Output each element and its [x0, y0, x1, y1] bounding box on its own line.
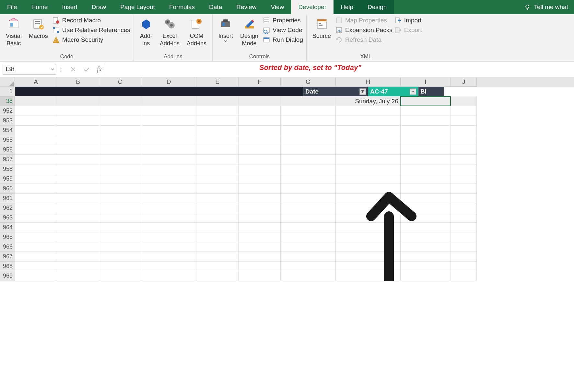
cell[interactable] — [99, 164, 141, 174]
filter-icon[interactable] — [359, 88, 366, 95]
cell[interactable] — [141, 184, 196, 194]
row-header[interactable]: 954 — [0, 126, 15, 135]
refresh-data-button[interactable]: Refresh Data — [335, 36, 392, 43]
cell[interactable] — [196, 135, 239, 145]
row-header[interactable]: 966 — [0, 242, 15, 252]
cell[interactable] — [401, 155, 451, 164]
cell[interactable] — [451, 252, 477, 262]
tab-developer[interactable]: Developer — [291, 0, 334, 14]
cell[interactable] — [196, 262, 239, 271]
cell[interactable] — [57, 262, 99, 271]
cell[interactable] — [401, 135, 451, 145]
table-header-blank[interactable] — [15, 87, 303, 96]
cell[interactable] — [401, 271, 451, 281]
cell[interactable] — [451, 184, 477, 194]
row-header[interactable]: 961 — [0, 194, 15, 203]
cell[interactable] — [239, 106, 281, 116]
cell[interactable] — [15, 242, 57, 252]
cell-E38[interactable] — [196, 96, 239, 106]
row-header[interactable]: 957 — [0, 155, 15, 164]
cell[interactable] — [99, 252, 141, 262]
cell[interactable] — [336, 232, 401, 242]
cell[interactable] — [99, 194, 141, 203]
cell[interactable] — [141, 145, 196, 155]
cell[interactable] — [57, 184, 99, 194]
cell-H38[interactable]: Sunday, July 26 — [336, 96, 401, 106]
map-properties-button[interactable]: Map Properties — [335, 17, 392, 24]
cell[interactable] — [57, 223, 99, 232]
cell[interactable] — [336, 242, 401, 252]
tab-help[interactable]: Help — [334, 0, 360, 14]
cell[interactable] — [15, 106, 57, 116]
row-header-38[interactable]: 38 — [0, 96, 15, 106]
cell[interactable] — [239, 194, 281, 203]
cell[interactable] — [401, 106, 451, 116]
cell[interactable] — [196, 116, 239, 126]
cell[interactable] — [15, 116, 57, 126]
visual-basic-button[interactable]: Visual Basic — [3, 16, 24, 47]
view-code-button[interactable]: View Code — [263, 27, 303, 34]
cell[interactable] — [15, 271, 57, 281]
cell[interactable] — [239, 145, 281, 155]
cell[interactable] — [57, 203, 99, 213]
cell[interactable] — [196, 145, 239, 155]
name-box[interactable]: I38 — [3, 64, 56, 75]
cell[interactable] — [336, 203, 401, 213]
table-header-date[interactable]: Date — [303, 87, 368, 96]
cell[interactable] — [141, 232, 196, 242]
cell[interactable] — [15, 155, 57, 164]
cell[interactable] — [281, 174, 336, 184]
tab-page-layout[interactable]: Page Layout — [113, 0, 162, 14]
tell-me-search[interactable]: Tell me what — [518, 0, 574, 14]
cell[interactable] — [336, 126, 401, 135]
cell[interactable] — [401, 252, 451, 262]
cell[interactable] — [336, 213, 401, 223]
cell[interactable] — [196, 252, 239, 262]
tab-insert[interactable]: Insert — [55, 0, 85, 14]
cancel-icon[interactable] — [70, 66, 76, 72]
cell[interactable] — [336, 106, 401, 116]
cell[interactable] — [141, 262, 196, 271]
cell[interactable] — [196, 203, 239, 213]
dropdown-filter-icon[interactable] — [410, 88, 416, 95]
cell[interactable] — [15, 252, 57, 262]
row-header[interactable]: 967 — [0, 252, 15, 262]
cell-J38[interactable] — [451, 96, 477, 106]
cell[interactable] — [336, 271, 401, 281]
table-header-partial[interactable]: Bi — [418, 87, 444, 96]
cell[interactable] — [239, 174, 281, 184]
cell[interactable] — [99, 203, 141, 213]
cell[interactable] — [57, 126, 99, 135]
tab-review[interactable]: Review — [229, 0, 264, 14]
cell[interactable] — [141, 174, 196, 184]
cell[interactable] — [281, 116, 336, 126]
row-header[interactable]: 969 — [0, 271, 15, 281]
cell[interactable] — [196, 223, 239, 232]
cell[interactable] — [451, 155, 477, 164]
cell[interactable] — [281, 164, 336, 174]
cell[interactable] — [57, 194, 99, 203]
cell[interactable] — [239, 164, 281, 174]
cell[interactable] — [15, 213, 57, 223]
row-header[interactable]: 958 — [0, 164, 15, 174]
cell[interactable] — [281, 203, 336, 213]
cell[interactable] — [239, 184, 281, 194]
cell[interactable] — [336, 164, 401, 174]
fx-button[interactable]: fx — [97, 65, 101, 73]
cell[interactable] — [15, 223, 57, 232]
select-all-corner[interactable] — [0, 77, 15, 87]
cell[interactable] — [15, 126, 57, 135]
cell-C38[interactable] — [99, 96, 141, 106]
row-header[interactable]: 964 — [0, 223, 15, 232]
cell[interactable] — [281, 106, 336, 116]
cell[interactable] — [336, 174, 401, 184]
col-header-J-partial[interactable]: J — [451, 77, 477, 87]
row-header[interactable]: 959 — [0, 174, 15, 184]
row-header[interactable]: 953 — [0, 116, 15, 126]
col-header-D[interactable]: D — [141, 77, 196, 87]
cell[interactable] — [401, 223, 451, 232]
cell[interactable] — [336, 194, 401, 203]
cell[interactable] — [401, 126, 451, 135]
cell[interactable] — [57, 242, 99, 252]
row-header-1[interactable]: 1 — [0, 87, 15, 96]
